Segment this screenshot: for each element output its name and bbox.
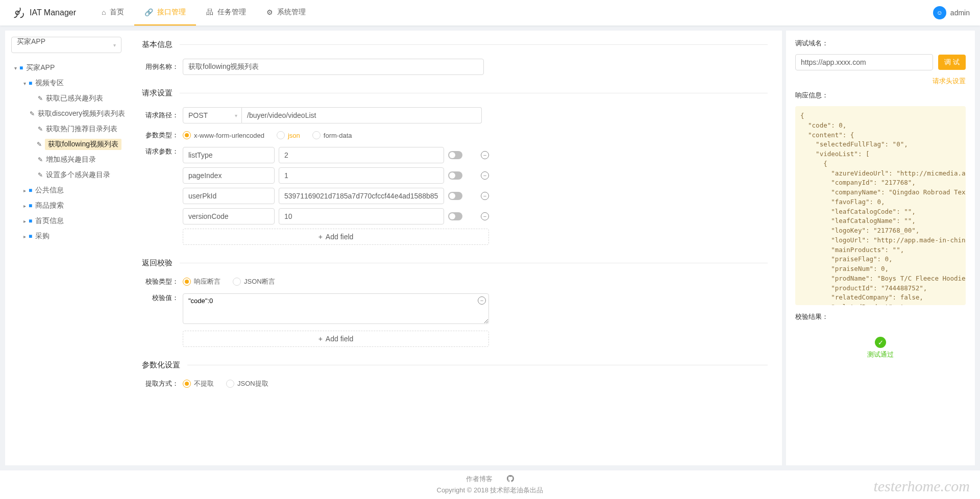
chevron-down-icon: ▾ [235,113,237,118]
nav-home[interactable]: ⌂首页 [91,0,134,26]
tree-folder[interactable]: ▸■采购 [20,229,121,244]
node-label: 增加感兴趣目录 [46,154,96,165]
label-param-type: 参数类型： [142,131,179,140]
response-body[interactable]: { "code": 0, "content": { "selectedFullF… [795,106,966,305]
header-right: ☺ admin [933,6,970,19]
radio-response-assert[interactable]: 响应断言 [183,277,220,286]
logo[interactable]: IAT Manager [10,6,76,20]
tree-item[interactable]: ✎获取discovery视频列表列表 [30,106,121,121]
footer: 作者博客 Copyright © 2018 技术部老油条出品 [0,470,980,499]
radio-form-data[interactable]: form-data [312,131,352,139]
avatar[interactable]: ☺ [933,6,946,19]
remove-param-button[interactable]: − [481,212,489,220]
param-toggle[interactable] [448,151,462,159]
method-select[interactable]: POST▾ [183,107,242,123]
blog-link[interactable]: 作者博客 [466,475,493,484]
param-value-input[interactable] [279,208,444,224]
edit-icon: ✎ [38,126,43,133]
param-toggle[interactable] [448,212,462,220]
label-domain: 调试域名： [795,39,834,48]
radio-urlencoded[interactable]: x-www-form-urlencoded [183,131,264,139]
section-title: 基本信息 [142,40,768,49]
nav-interface[interactable]: 🔗接口管理 [134,0,196,26]
nav-label: 系统管理 [277,8,306,17]
debug-button[interactable]: 调 试 [938,55,966,70]
nav-tasks[interactable]: 品任务管理 [196,0,256,26]
add-field-label: Add field [326,233,353,241]
tree-item[interactable]: ✎增加感兴趣目录 [30,152,121,167]
check-result-badge: ✓ 测试通过 [795,328,966,368]
domain-input[interactable] [795,54,933,70]
sidebar: 买家APP ▾ ▾■买家APP ▾■视频专区 ✎获取已感兴趣列表✎获取disco… [5,31,128,465]
add-field-label: Add field [326,335,353,343]
section-param-config: 参数化设置 提取方式： 不提取 JSON提取 [142,360,768,388]
label-extract-mode: 提取方式： [142,379,179,388]
remove-param-button[interactable]: − [481,171,489,180]
radio-json-extract[interactable]: JSON提取 [226,379,268,388]
check-type-radio-group: 响应断言 JSON断言 [183,277,275,286]
request-headers-link[interactable]: 请求头设置 [933,77,966,85]
param-row: − [183,147,489,163]
param-key-input[interactable] [183,208,275,224]
folder-icon: ■ [29,217,32,224]
param-toggle[interactable] [448,171,462,180]
caret-down-icon: ▾ [20,81,29,86]
remove-param-button[interactable]: − [481,151,489,159]
add-check-button[interactable]: +Add field [183,331,489,347]
case-name-input[interactable] [183,59,484,75]
github-icon [507,475,514,482]
tree-root[interactable]: ▾■买家APP [11,60,121,76]
tree-item[interactable]: ✎设置多个感兴趣目录 [30,167,121,183]
tree-item[interactable]: ✎获取已感兴趣列表 [30,91,121,106]
edit-icon: ✎ [30,110,35,117]
tree-folder[interactable]: ▸■商品搜索 [20,198,121,213]
tree-item[interactable]: ✎获取following视频列表 [30,137,121,152]
app-title: IAT Manager [30,8,76,17]
caret-down-icon: ▾ [11,65,19,71]
node-label: 视频专区 [35,78,64,89]
chevron-down-icon: ▾ [113,42,116,48]
add-param-button[interactable]: +Add field [183,229,489,245]
plus-icon: + [318,233,323,241]
nav-system[interactable]: ⚙系统管理 [256,0,316,26]
radio-no-extract[interactable]: 不提取 [183,379,214,388]
edit-icon: ✎ [38,95,43,102]
param-key-input[interactable] [183,188,275,204]
node-label: 买家APP [26,62,55,73]
param-row: − [183,167,489,184]
remove-check-button[interactable]: − [478,296,486,305]
folder-icon: ■ [19,64,23,71]
radio-label: 不提取 [194,379,214,388]
section-request: 请求设置 请求路径： POST▾ 参数类型： x-www-form-urlenc… [142,88,768,245]
biohazard-icon [10,6,24,20]
radio-label: JSON断言 [244,277,275,286]
github-link[interactable] [507,475,514,484]
link-icon: 🔗 [144,8,153,16]
param-toggle[interactable] [448,192,462,200]
tree-item[interactable]: ✎获取热门推荐目录列表 [30,121,121,137]
user-name[interactable]: admin [950,9,970,17]
radio-json-assert[interactable]: JSON断言 [233,277,275,286]
caret-right-icon: ▸ [20,234,29,239]
path-input[interactable] [242,107,482,123]
check-value-input[interactable] [183,293,489,324]
param-key-input[interactable] [183,147,275,163]
node-label: 获取热门推荐目录列表 [46,123,117,135]
radio-json[interactable]: json [277,131,300,139]
radio-label: form-data [324,132,352,139]
tree-folder[interactable]: ▸■首页信息 [20,213,121,229]
app-select[interactable]: 买家APP ▾ [11,37,121,53]
node-label: 公共信息 [35,185,64,196]
param-value-input[interactable] [279,147,444,163]
tree-folder[interactable]: ▸■公共信息 [20,183,121,198]
param-value-input[interactable] [279,167,444,184]
tree-folder-video[interactable]: ▾■视频专区 [20,76,121,91]
label-check-result: 校验结果： [795,312,834,321]
remove-param-button[interactable]: − [481,192,489,200]
param-key-input[interactable] [183,167,275,184]
node-label: 获取discovery视频列表列表 [38,108,125,119]
label-check-type: 校验类型： [142,277,179,286]
param-value-input[interactable] [279,188,444,204]
section-basic: 基本信息 用例名称： [142,40,768,75]
nav-label: 任务管理 [217,8,246,17]
